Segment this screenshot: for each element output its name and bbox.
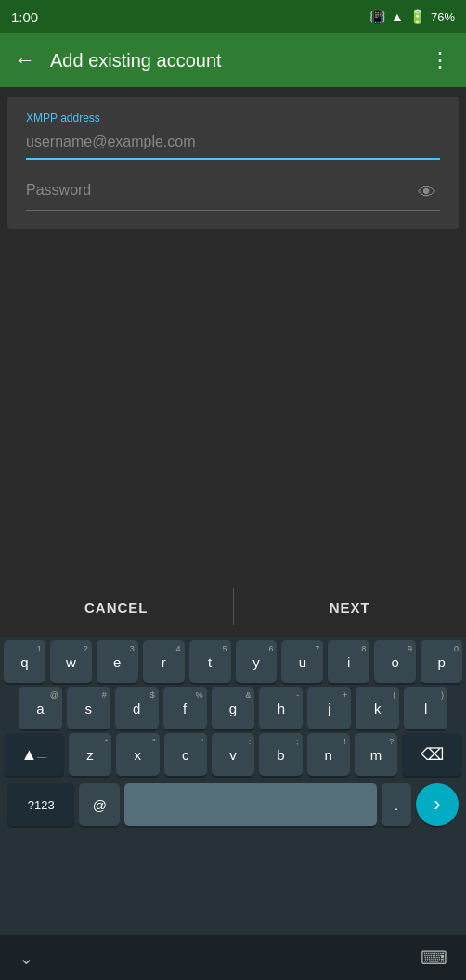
- key-z[interactable]: *z: [69, 733, 111, 776]
- status-time: 1:00: [11, 9, 38, 25]
- at-key[interactable]: @: [79, 783, 120, 826]
- keyboard-row-4: ?123 @ . ›: [0, 780, 466, 826]
- key-v[interactable]: :v: [212, 733, 254, 776]
- key-u[interactable]: 7u: [281, 640, 323, 683]
- key-s[interactable]: #s: [67, 687, 110, 729]
- key-t[interactable]: 5t: [189, 640, 231, 683]
- menu-button[interactable]: ⋮: [430, 48, 451, 72]
- password-input[interactable]: [26, 178, 407, 202]
- shift-key[interactable]: ▲__: [4, 733, 64, 776]
- key-q[interactable]: 1q: [4, 640, 45, 683]
- battery-icon: 🔋: [409, 9, 425, 24]
- key-o[interactable]: 9o: [374, 640, 416, 683]
- key-w[interactable]: 2w: [50, 640, 92, 683]
- xmpp-label: XMPP address: [26, 111, 440, 124]
- key-j[interactable]: +j: [307, 687, 351, 729]
- password-field: 👁: [26, 178, 440, 211]
- page-title: Add existing account: [50, 50, 415, 71]
- space-key[interactable]: [124, 783, 377, 826]
- key-k[interactable]: (k: [356, 687, 399, 729]
- keyboard-row-3: ▲__ *z "x 'c :v ;b !n ?m ⌫: [0, 729, 466, 776]
- keyboard-down-icon[interactable]: ⌄: [19, 947, 34, 969]
- key-n[interactable]: !n: [307, 733, 350, 776]
- key-c[interactable]: 'c: [164, 733, 207, 776]
- key-l[interactable]: )l: [404, 687, 447, 729]
- key-b[interactable]: ;b: [259, 733, 302, 776]
- keyboard-row-2: @a #s $d %f &g -h +j (k )l: [0, 683, 466, 729]
- keyboard-row-1: 1q 2w 3e 4r 5t 6y 7u 8i 9o 0p: [0, 637, 466, 683]
- xmpp-input[interactable]: [26, 130, 440, 160]
- back-button[interactable]: ←: [15, 48, 35, 72]
- toggle-password-icon[interactable]: 👁: [418, 182, 436, 203]
- key-f[interactable]: %f: [163, 687, 207, 729]
- symbols-key[interactable]: ?123: [7, 783, 74, 826]
- keyboard-nav: ⌄ ⌨: [0, 935, 466, 980]
- key-r[interactable]: 4r: [143, 640, 185, 683]
- key-x[interactable]: "x: [116, 733, 159, 776]
- keyboard: 1q 2w 3e 4r 5t 6y 7u 8i 9o 0p @a #s $d %…: [0, 637, 466, 980]
- key-a[interactable]: @a: [19, 687, 62, 729]
- form-card: XMPP address 👁: [7, 97, 459, 229]
- key-p[interactable]: 0p: [421, 640, 462, 683]
- status-right: 📳 ▲ 🔋 76%: [369, 9, 455, 24]
- backspace-key[interactable]: ⌫: [402, 733, 462, 776]
- key-e[interactable]: 3e: [97, 640, 138, 683]
- vibrate-icon: 📳: [369, 9, 385, 24]
- keyboard-toggle-icon[interactable]: ⌨: [421, 947, 447, 969]
- cancel-button[interactable]: CANCEL: [0, 577, 233, 637]
- key-i[interactable]: 8i: [328, 640, 369, 683]
- wifi-icon: ▲: [391, 9, 404, 24]
- status-bar: 1:00 📳 ▲ 🔋 76%: [0, 0, 466, 33]
- battery-percent: 76%: [431, 10, 455, 24]
- key-g[interactable]: &g: [212, 687, 255, 729]
- app-bar: ← Add existing account ⋮: [0, 33, 466, 87]
- action-bar: CANCEL NEXT: [0, 577, 466, 637]
- period-key[interactable]: .: [382, 783, 411, 826]
- next-button[interactable]: NEXT: [234, 577, 467, 637]
- key-m[interactable]: ?m: [355, 733, 397, 776]
- go-key[interactable]: ›: [416, 783, 459, 826]
- key-d[interactable]: $d: [115, 687, 159, 729]
- key-y[interactable]: 6y: [236, 640, 278, 683]
- key-h[interactable]: -h: [259, 687, 303, 729]
